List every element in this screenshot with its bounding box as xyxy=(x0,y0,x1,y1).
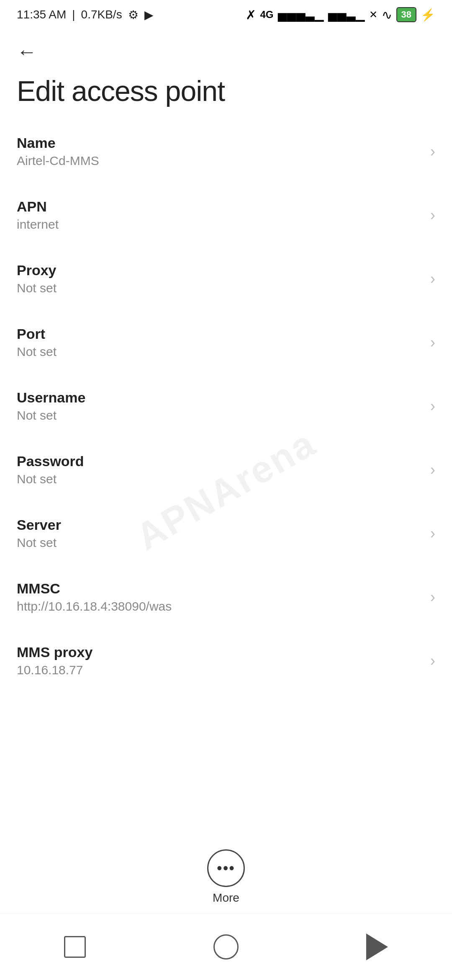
nav-triangle-icon xyxy=(366,934,388,960)
settings-item-value-3: Not set xyxy=(17,345,422,359)
chevron-right-icon: › xyxy=(430,461,435,479)
signal-bars-icon: ▅▅▅▃▁ xyxy=(278,8,324,22)
nav-circle-icon xyxy=(213,934,239,959)
chevron-right-icon: › xyxy=(430,525,435,542)
chevron-right-icon: › xyxy=(430,143,435,160)
chevron-right-icon: › xyxy=(430,334,435,351)
settings-icon: ⚙ xyxy=(128,8,139,22)
nav-bar xyxy=(0,913,452,980)
chevron-right-icon: › xyxy=(430,206,435,224)
settings-item-value-2: Not set xyxy=(17,281,422,295)
settings-item-content-5: Password Not set xyxy=(17,453,422,486)
nav-home-button[interactable] xyxy=(213,934,239,959)
more-button[interactable]: ••• More xyxy=(207,849,245,905)
battery-badge: 38 xyxy=(396,7,416,22)
camera-icon: ▶ xyxy=(144,8,154,22)
status-bar-left: 11:35 AM | 0.7KB/s ⚙ ▶ xyxy=(17,8,154,22)
settings-item[interactable]: MMS proxy 10.16.18.77 › xyxy=(0,629,452,693)
settings-item[interactable]: MMSC http://10.16.18.4:38090/was › xyxy=(0,565,452,629)
settings-item-label-3: Port xyxy=(17,326,422,342)
chevron-right-icon: › xyxy=(430,652,435,670)
settings-item-label-1: APN xyxy=(17,199,422,215)
status-network-speed: 0.7KB/s xyxy=(81,8,122,21)
settings-item-label-8: MMS proxy xyxy=(17,644,422,660)
settings-item-label-5: Password xyxy=(17,453,422,469)
settings-item-value-1: internet xyxy=(17,217,422,232)
settings-item-content-8: MMS proxy 10.16.18.77 xyxy=(17,644,422,677)
page-title: Edit access point xyxy=(0,66,452,120)
settings-item-content-0: Name Airtel-Cd-MMS xyxy=(17,135,422,168)
signal-x-icon: ✕ xyxy=(369,9,378,21)
nav-square-icon xyxy=(64,936,86,958)
settings-item-value-8: 10.16.18.77 xyxy=(17,663,422,677)
settings-item-content-2: Proxy Not set xyxy=(17,262,422,295)
settings-item-label-7: MMSC xyxy=(17,580,422,597)
settings-item-value-5: Not set xyxy=(17,472,422,486)
settings-item-content-3: Port Not set xyxy=(17,326,422,359)
status-bar: 11:35 AM | 0.7KB/s ⚙ ▶ ✗ 4G ▅▅▅▃▁ ▅▅▃▁ ✕… xyxy=(0,0,452,29)
bluetooth-icon: ✗ xyxy=(246,8,256,22)
chevron-right-icon: › xyxy=(430,397,435,415)
settings-item-label-0: Name xyxy=(17,135,422,151)
more-icon: ••• xyxy=(207,849,245,887)
charging-icon: ⚡ xyxy=(421,8,435,22)
settings-item[interactable]: Port Not set › xyxy=(0,311,452,374)
settings-item-content-6: Server Not set xyxy=(17,517,422,550)
more-label: More xyxy=(213,891,239,905)
settings-item-value-0: Airtel-Cd-MMS xyxy=(17,154,422,168)
back-row: ← xyxy=(0,29,452,66)
settings-item-content-1: APN internet xyxy=(17,199,422,232)
signal-bars2-icon: ▅▅▃▁ xyxy=(328,8,365,22)
settings-item-value-4: Not set xyxy=(17,408,422,423)
status-separator: | xyxy=(72,8,75,21)
settings-item-content-4: Username Not set xyxy=(17,389,422,423)
chevron-right-icon: › xyxy=(430,588,435,606)
settings-item[interactable]: Proxy Not set › xyxy=(0,247,452,311)
status-time: 11:35 AM xyxy=(17,8,66,21)
settings-item[interactable]: Password Not set › xyxy=(0,438,452,502)
settings-item[interactable]: APN internet › xyxy=(0,183,452,247)
nav-back-button[interactable] xyxy=(366,934,388,960)
settings-item[interactable]: Username Not set › xyxy=(0,374,452,438)
chevron-right-icon: › xyxy=(430,270,435,288)
settings-item-value-7: http://10.16.18.4:38090/was xyxy=(17,599,422,614)
settings-item[interactable]: Name Airtel-Cd-MMS › xyxy=(0,120,452,183)
nav-recents-button[interactable] xyxy=(64,936,86,958)
signal-4g-icon: 4G xyxy=(260,9,274,21)
settings-item-label-6: Server xyxy=(17,517,422,533)
settings-item-content-7: MMSC http://10.16.18.4:38090/was xyxy=(17,580,422,614)
settings-item-label-2: Proxy xyxy=(17,262,422,279)
back-button[interactable]: ← xyxy=(17,42,37,62)
wifi-icon: ∿ xyxy=(382,8,392,22)
settings-item-label-4: Username xyxy=(17,389,422,406)
settings-list: Name Airtel-Cd-MMS › APN internet › Prox… xyxy=(0,120,452,693)
status-bar-right: ✗ 4G ▅▅▅▃▁ ▅▅▃▁ ✕ ∿ 38 ⚡ xyxy=(246,7,436,22)
settings-item[interactable]: Server Not set › xyxy=(0,502,452,565)
settings-item-value-6: Not set xyxy=(17,536,422,550)
